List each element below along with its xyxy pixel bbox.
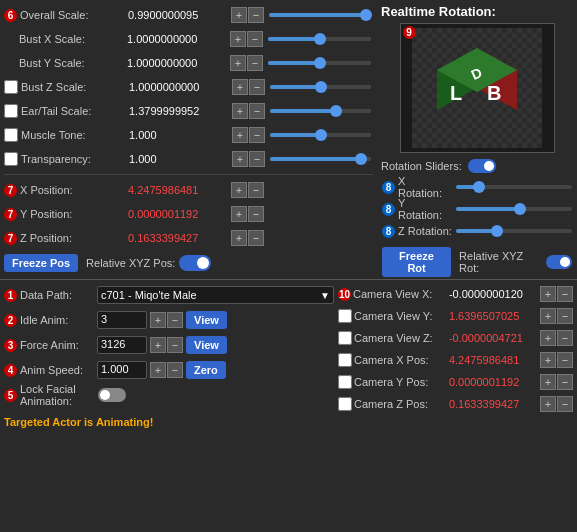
anim-speed-plusminus: + −	[150, 362, 183, 378]
idle-anim-minus[interactable]: −	[167, 312, 183, 328]
idle-anim-value[interactable]: 3	[97, 311, 147, 329]
cube-container: 9	[400, 23, 555, 153]
muscle-tone-plus[interactable]: +	[232, 127, 248, 143]
rel-xyz-rot-toggle[interactable]	[546, 255, 572, 269]
anim-speed-minus[interactable]: −	[167, 362, 183, 378]
cam-view-x-plus[interactable]: +	[540, 286, 556, 302]
overall-scale-slider[interactable]	[269, 13, 371, 17]
bust-y-slider[interactable]	[268, 61, 371, 65]
anim-speed-zero-button[interactable]: Zero	[186, 361, 226, 379]
badge-3: 3	[4, 339, 17, 352]
idle-anim-plus[interactable]: +	[150, 312, 166, 328]
transparency-slider[interactable]	[270, 157, 371, 161]
anim-speed-plus[interactable]: +	[150, 362, 166, 378]
y-rotation-slider[interactable]	[456, 207, 572, 211]
z-pos-minus[interactable]: −	[248, 230, 264, 246]
lock-facial-toggle[interactable]	[98, 388, 126, 402]
badge-7-z: 7	[4, 232, 17, 245]
x-pos-plus[interactable]: +	[231, 182, 247, 198]
freeze-pos-button[interactable]: Freeze Pos	[4, 254, 78, 272]
cam-y-pos-plus[interactable]: +	[540, 374, 556, 390]
cam-z-pos-plus[interactable]: +	[540, 396, 556, 412]
ear-tail-slider[interactable]	[270, 109, 371, 113]
cam-view-x-value: -0.0000000120	[449, 288, 538, 300]
bust-x-plus[interactable]: +	[230, 31, 246, 47]
cam-view-x-minus[interactable]: −	[557, 286, 573, 302]
y-rotation-row: 8 Y Rotation:	[382, 199, 572, 219]
cam-view-x-plusminus: + −	[540, 286, 573, 302]
z-pos-plus[interactable]: +	[231, 230, 247, 246]
bust-x-scale-row: Bust X Scale: 1.0000000000 + −	[4, 28, 373, 50]
cam-view-y-checkbox[interactable]	[338, 309, 352, 323]
anim-speed-value[interactable]: 1.000	[97, 361, 147, 379]
idle-anim-row: 2 Idle Anim: 3 + − View	[4, 309, 334, 331]
x-rotation-slider[interactable]	[456, 185, 572, 189]
bust-x-slider[interactable]	[268, 37, 371, 41]
top-section: 6 Overall Scale: 0.9900000095 + − Bust X…	[0, 0, 577, 277]
transparency-label: Transparency:	[21, 153, 126, 165]
bust-z-plus[interactable]: +	[232, 79, 248, 95]
cam-y-pos-checkbox[interactable]	[338, 375, 352, 389]
muscle-tone-checkbox[interactable]	[4, 128, 18, 142]
y-pos-label: Y Position:	[20, 208, 125, 220]
bust-z-plusminus: + −	[232, 79, 265, 95]
cam-view-y-label: Camera View Y:	[338, 309, 447, 323]
cam-view-z-plus[interactable]: +	[540, 330, 556, 346]
freeze-pos-row: Freeze Pos Relative XYZ Pos:	[4, 254, 373, 272]
ear-tail-minus[interactable]: −	[249, 103, 265, 119]
bust-z-minus[interactable]: −	[249, 79, 265, 95]
muscle-tone-slider[interactable]	[270, 133, 371, 137]
rel-xyz-pos-toggle-knob	[197, 257, 209, 269]
idle-anim-view-button[interactable]: View	[186, 311, 227, 329]
force-anim-plusminus: + −	[150, 337, 183, 353]
cam-z-pos-label: Camera Z Pos:	[338, 397, 447, 411]
cam-x-pos-plus[interactable]: +	[540, 352, 556, 368]
force-anim-minus[interactable]: −	[167, 337, 183, 353]
animated-label: Targeted Actor is Animating!	[4, 416, 153, 428]
freeze-rot-button[interactable]: Freeze Rot	[382, 247, 451, 277]
bust-z-slider[interactable]	[270, 85, 371, 89]
cam-z-pos-checkbox[interactable]	[338, 397, 352, 411]
cam-view-x-row: 10 Camera View X: -0.0000000120 + −	[338, 284, 573, 304]
ear-tail-checkbox[interactable]	[4, 104, 18, 118]
cam-view-z-minus[interactable]: −	[557, 330, 573, 346]
cam-view-z-value: -0.0000004721	[449, 332, 538, 344]
cam-x-pos-minus[interactable]: −	[557, 352, 573, 368]
cam-x-pos-checkbox[interactable]	[338, 353, 352, 367]
bottom-section: 1 Data Path: c701 - Miqo'te Male ▼ 2 Idl…	[0, 279, 577, 437]
bust-x-minus[interactable]: −	[247, 31, 263, 47]
badge-5: 5	[4, 389, 17, 402]
z-rotation-slider[interactable]	[456, 229, 572, 233]
cam-view-y-plus[interactable]: +	[540, 308, 556, 324]
rotation-sliders-toggle[interactable]	[468, 159, 496, 173]
ear-tail-plus[interactable]: +	[232, 103, 248, 119]
rotation-sliders-toggle-knob	[484, 161, 494, 171]
y-pos-minus[interactable]: −	[248, 206, 264, 222]
cam-view-z-checkbox[interactable]	[338, 331, 352, 345]
cam-y-pos-minus[interactable]: −	[557, 374, 573, 390]
y-pos-plus[interactable]: +	[231, 206, 247, 222]
transparency-plus[interactable]: +	[232, 151, 248, 167]
badge-10: 10	[338, 288, 351, 301]
z-rotation-label: 8 Z Rotation:	[382, 225, 452, 238]
force-anim-plus[interactable]: +	[150, 337, 166, 353]
overall-scale-plus[interactable]: +	[231, 7, 247, 23]
force-anim-value[interactable]: 3126	[97, 336, 147, 354]
data-path-value[interactable]: c701 - Miqo'te Male ▼	[97, 286, 334, 304]
bust-y-minus[interactable]: −	[247, 55, 263, 71]
svg-text:L: L	[450, 82, 462, 104]
x-pos-minus[interactable]: −	[248, 182, 264, 198]
bust-y-plus[interactable]: +	[230, 55, 246, 71]
transparency-minus[interactable]: −	[249, 151, 265, 167]
muscle-tone-minus[interactable]: −	[249, 127, 265, 143]
bust-z-checkbox[interactable]	[4, 80, 18, 94]
bottom-right: 10 Camera View X: -0.0000000120 + − Came…	[338, 284, 573, 433]
overall-scale-minus[interactable]: −	[248, 7, 264, 23]
badge-2: 2	[4, 314, 17, 327]
cam-view-y-minus[interactable]: −	[557, 308, 573, 324]
transparency-checkbox[interactable]	[4, 152, 18, 166]
cam-z-pos-minus[interactable]: −	[557, 396, 573, 412]
force-anim-view-button[interactable]: View	[186, 336, 227, 354]
ear-tail-label: Ear/Tail Scale:	[21, 105, 126, 117]
rel-xyz-pos-toggle[interactable]	[179, 255, 211, 271]
